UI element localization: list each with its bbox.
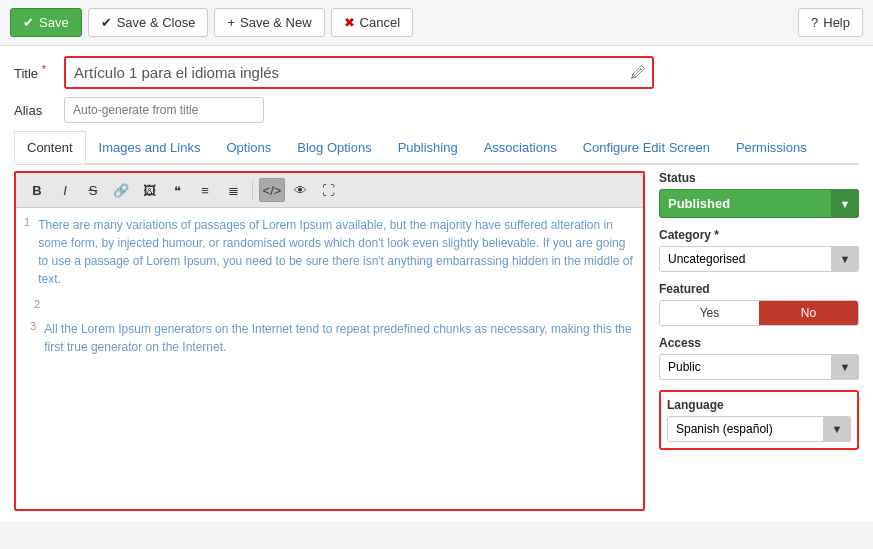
save-button[interactable]: ✔ Save — [10, 8, 82, 37]
ordered-list-button[interactable]: ≣ — [220, 178, 246, 202]
language-select[interactable]: Spanish (español) English All — [667, 416, 851, 442]
tabs-wrapper: Content Images and Links Options Blog Op… — [14, 131, 859, 165]
save-close-button[interactable]: ✔ Save & Close — [88, 8, 209, 37]
check-icon: ✔ — [101, 15, 112, 30]
bold-button[interactable]: B — [24, 178, 50, 202]
alias-input[interactable] — [64, 97, 264, 123]
category-section: Category * Uncategorised ▼ — [659, 228, 859, 272]
featured-yes-button[interactable]: Yes — [660, 301, 759, 325]
help-button[interactable]: ? Help — [798, 8, 863, 37]
preview-button[interactable]: 👁 — [287, 178, 313, 202]
fullscreen-button[interactable]: ⛶ — [315, 178, 341, 202]
access-select[interactable]: Public Registered Special — [659, 354, 859, 380]
title-row: Title * 🖉 — [14, 56, 859, 89]
editor-panel: B I S 🔗 🖼 ❝ ≡ ≣ </> 👁 ⛶ 1 There are many… — [14, 171, 645, 511]
alias-label: Alias — [14, 103, 64, 118]
access-label: Access — [659, 336, 859, 350]
main-area: Title * 🖉 Alias Content Images and Links… — [0, 46, 873, 521]
strikethrough-button[interactable]: S — [80, 178, 106, 202]
tab-permissions[interactable]: Permissions — [723, 131, 820, 164]
category-label: Category * — [659, 228, 859, 242]
category-select-wrapper: Uncategorised ▼ — [659, 246, 859, 272]
help-icon: ? — [811, 15, 818, 30]
tab-content[interactable]: Content — [14, 131, 86, 164]
language-label: Language — [667, 398, 851, 412]
tab-options[interactable]: Options — [213, 131, 284, 164]
line-num-3: 3 — [24, 320, 36, 332]
tab-blog[interactable]: Blog Options — [284, 131, 384, 164]
featured-no-button[interactable]: No — [759, 301, 858, 325]
link-button[interactable]: 🔗 — [108, 178, 134, 202]
italic-button[interactable]: I — [52, 178, 78, 202]
tabs: Content Images and Links Options Blog Op… — [14, 131, 859, 164]
featured-label: Featured — [659, 282, 859, 296]
tab-associations[interactable]: Associations — [471, 131, 570, 164]
access-section: Access Public Registered Special ▼ — [659, 336, 859, 380]
plus-icon: + — [227, 15, 235, 30]
para-3-text: All the Lorem Ipsum generators on the In… — [44, 320, 635, 356]
featured-section: Featured Yes No — [659, 282, 859, 326]
blockquote-button[interactable]: ❝ — [164, 178, 190, 202]
editor-content[interactable]: 1 There are many variations of passages … — [16, 208, 643, 508]
edit-title-icon: 🖉 — [630, 64, 646, 82]
cancel-button[interactable]: ✖ Cancel — [331, 8, 413, 37]
language-select-wrapper: Spanish (español) English All ▼ — [667, 416, 851, 442]
tab-images[interactable]: Images and Links — [86, 131, 214, 164]
status-select[interactable]: Published Unpublished Archived Trashed — [659, 189, 859, 218]
category-select[interactable]: Uncategorised — [659, 246, 859, 272]
tab-configure[interactable]: Configure Edit Screen — [570, 131, 723, 164]
para-2: 2 — [24, 298, 635, 310]
access-select-wrapper: Public Registered Special ▼ — [659, 354, 859, 380]
right-panel: Status Published Unpublished Archived Tr… — [659, 171, 859, 511]
content-split: B I S 🔗 🖼 ❝ ≡ ≣ </> 👁 ⛶ 1 There are many… — [14, 171, 859, 511]
cancel-icon: ✖ — [344, 15, 355, 30]
line-num-1: 1 — [24, 216, 30, 228]
top-toolbar: ✔ Save ✔ Save & Close + Save & New ✖ Can… — [0, 0, 873, 46]
image-button[interactable]: 🖼 — [136, 178, 162, 202]
status-select-wrapper: Published Unpublished Archived Trashed ▼ — [659, 189, 859, 218]
toolbar-separator — [252, 180, 253, 200]
status-section: Status Published Unpublished Archived Tr… — [659, 171, 859, 218]
language-section: Language Spanish (español) English All ▼ — [659, 390, 859, 450]
title-label: Title * — [14, 63, 64, 81]
title-input[interactable] — [64, 56, 654, 89]
featured-toggle: Yes No — [659, 300, 859, 326]
tab-publishing[interactable]: Publishing — [385, 131, 471, 164]
para-3: 3 All the Lorem Ipsum generators on the … — [24, 320, 635, 356]
save-new-button[interactable]: + Save & New — [214, 8, 324, 37]
status-label: Status — [659, 171, 859, 185]
source-button[interactable]: </> — [259, 178, 285, 202]
title-input-wrapper: 🖉 — [64, 56, 654, 89]
editor-toolbar: B I S 🔗 🖼 ❝ ≡ ≣ </> 👁 ⛶ — [16, 173, 643, 208]
para-1-text: There are many variations of passages of… — [38, 216, 635, 288]
unordered-list-button[interactable]: ≡ — [192, 178, 218, 202]
line-num-2: 2 — [24, 298, 40, 310]
save-icon: ✔ — [23, 15, 34, 30]
para-1: 1 There are many variations of passages … — [24, 216, 635, 288]
alias-row: Alias — [14, 97, 859, 123]
